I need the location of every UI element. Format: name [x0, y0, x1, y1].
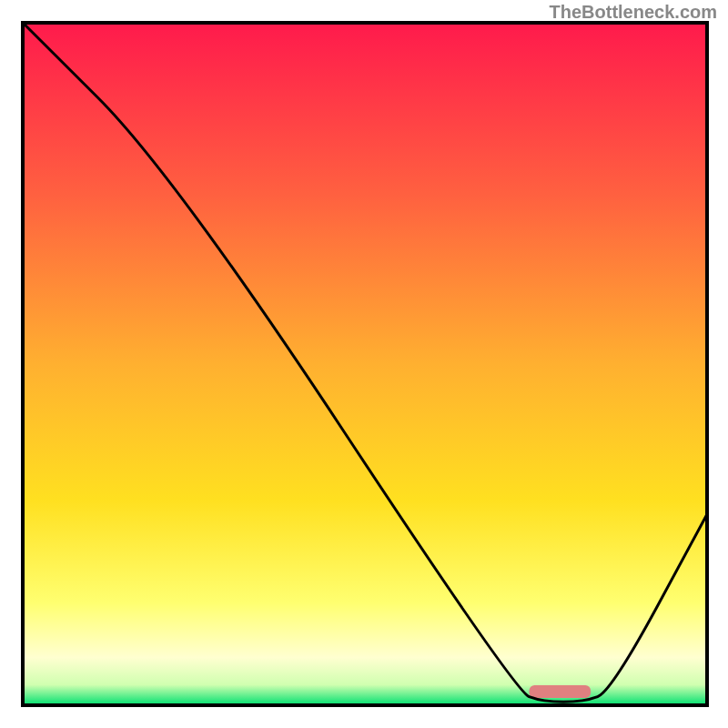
optimal-range-marker	[529, 685, 591, 698]
gradient-background	[23, 23, 707, 705]
chart-container: TheBottleneck.com	[0, 0, 728, 728]
bottleneck-chart	[0, 0, 728, 728]
watermark-text: TheBottleneck.com	[550, 2, 717, 23]
